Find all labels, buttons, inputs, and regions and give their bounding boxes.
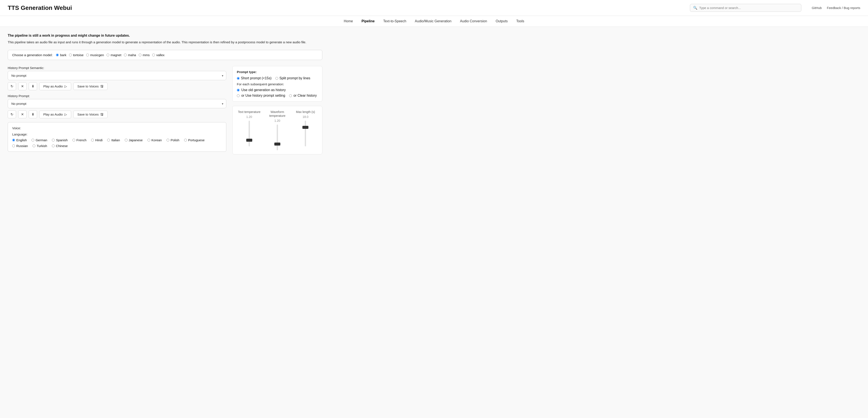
history-prompt-semantic-buttons: ↻ ✕ ⬇ Play as Audio ▷ Save to Voices 🖫	[8, 82, 226, 90]
max-length-thumb[interactable]	[302, 126, 308, 129]
history-prompt-semantic-dropdown-wrapper: No prompt ▾	[8, 71, 226, 80]
prompt-type-title: Prompt type:	[237, 70, 318, 74]
nav-audio-conversion[interactable]: Audio Conversion	[460, 19, 487, 24]
clear-button-semantic[interactable]: ✕	[18, 82, 27, 90]
subsequent-old-gen[interactable]: Use old generation as history	[237, 88, 318, 92]
lang-turkish[interactable]: Turkish	[33, 144, 47, 148]
prompt-split[interactable]: Split prompt by lines	[275, 76, 310, 80]
max-length-label: Max length (s)	[296, 110, 315, 114]
save-voices-button-semantic[interactable]: Save to Voices 🖫	[73, 83, 107, 90]
play-icon-semantic: ▷	[64, 85, 67, 88]
refresh-button-history[interactable]: ↻	[8, 110, 16, 118]
model-bark[interactable]: bark	[56, 53, 66, 57]
history-prompt-semantic-select[interactable]: No prompt	[8, 71, 226, 80]
history-prompt-semantic-label: History Prompt Semantic:	[8, 66, 226, 70]
text-temperature-value: 1.20	[246, 115, 252, 119]
lang-portuguese[interactable]: Portuguese	[184, 138, 205, 142]
max-length-value: 18.0	[303, 115, 308, 119]
nav-tools[interactable]: Tools	[516, 19, 524, 24]
search-input[interactable]	[699, 6, 798, 10]
clear-button-history[interactable]: ✕	[18, 110, 27, 118]
lang-russian[interactable]: Russian	[12, 144, 28, 148]
prompt-type-radio-row: Short prompt (<15s) Split prompt by line…	[237, 76, 318, 80]
model-magnet[interactable]: magnet	[106, 53, 121, 57]
warning-bold: The pipeline is still a work in progress…	[8, 34, 322, 37]
subsequent-label: For each subsequent generation:	[237, 82, 318, 86]
download-button-semantic[interactable]: ⬇	[29, 82, 37, 90]
history-prompt-buttons: ↻ ✕ ⬇ Play as Audio ▷ Save to Voices 🖫	[8, 110, 226, 118]
subsequent-clear-history[interactable]: or Clear history	[289, 94, 317, 97]
app-title: TTS Generation Webui	[8, 4, 72, 11]
waveform-temperature-col: Waveform temperature 1.20	[265, 110, 289, 150]
sliders-grid: Text temperature 1.20 Waveform temperatu…	[237, 110, 318, 150]
header: TTS Generation Webui 🔍 GitHub Feedback /…	[0, 0, 868, 16]
nav-outputs[interactable]: Outputs	[496, 19, 508, 24]
model-selector: Choose a generation model: bark tortoise…	[8, 50, 322, 60]
lang-polish[interactable]: Polish	[166, 138, 179, 142]
lang-korean[interactable]: Korean	[148, 138, 162, 142]
voice-title: Voice:	[12, 126, 222, 130]
play-audio-button-semantic[interactable]: Play as Audio ▷	[39, 83, 71, 90]
lang-german[interactable]: German	[31, 138, 47, 142]
language-radio-grid: English German Spanish French	[12, 138, 222, 148]
header-links: GitHub Feedback / Bug reports	[812, 6, 860, 10]
content-layout: History Prompt Semantic: No prompt ▾ ↻ ✕…	[8, 66, 322, 154]
left-panel: History Prompt Semantic: No prompt ▾ ↻ ✕…	[8, 66, 226, 152]
subsequent-history-prompt[interactable]: or Use history prompt setting	[237, 94, 285, 97]
save-icon-history: 🖫	[100, 113, 103, 116]
lang-japanese[interactable]: Japanese	[125, 138, 143, 142]
save-voices-label-semantic: Save to Voices	[78, 85, 99, 88]
waveform-temperature-value: 1.20	[274, 119, 280, 122]
history-prompt-label: History Prompt:	[8, 94, 226, 98]
download-button-history[interactable]: ⬇	[29, 110, 37, 118]
right-panel: Prompt type: Short prompt (<15s) Split p…	[232, 66, 322, 154]
lang-english[interactable]: English	[12, 138, 27, 142]
feedback-link[interactable]: Feedback / Bug reports	[827, 6, 860, 10]
history-prompt-dropdown-wrapper: No prompt ▾	[8, 99, 226, 108]
prompt-type-section: Prompt type: Short prompt (<15s) Split p…	[232, 66, 322, 101]
main-nav: Home Pipeline Text-to-Speech Audio/Music…	[0, 16, 868, 27]
nav-pipeline[interactable]: Pipeline	[362, 19, 375, 24]
model-selector-label: Choose a generation model:	[12, 53, 53, 57]
lang-hindi[interactable]: Hindi	[91, 138, 102, 142]
text-temperature-label: Text temperature	[238, 110, 260, 114]
nav-tts[interactable]: Text-to-Speech	[383, 19, 406, 24]
github-link[interactable]: GitHub	[812, 6, 822, 10]
max-length-track	[305, 121, 306, 146]
save-icon-semantic: 🖫	[100, 85, 103, 88]
search-icon: 🔍	[693, 6, 698, 10]
model-maha[interactable]: maha	[124, 53, 136, 57]
lang-spanish[interactable]: Spanish	[52, 138, 67, 142]
play-audio-button-history[interactable]: Play as Audio ▷	[39, 111, 71, 118]
text-temperature-thumb[interactable]	[246, 139, 252, 142]
subsequent-radio-block: Use old generation as history or Use his…	[237, 88, 318, 97]
language-label: Language:	[12, 132, 222, 136]
lang-french[interactable]: French	[72, 138, 87, 142]
model-vallex[interactable]: vallex	[152, 53, 164, 57]
search-wrapper: 🔍	[690, 4, 801, 12]
lang-italian[interactable]: Italian	[107, 138, 120, 142]
waveform-temperature-label: Waveform temperature	[265, 110, 289, 118]
main-content: The pipeline is still a work in progress…	[0, 27, 330, 161]
search-area: 🔍	[690, 4, 801, 12]
waveform-temperature-thumb[interactable]	[274, 143, 280, 146]
model-musicgen[interactable]: musicgen	[86, 53, 104, 57]
nav-audio-music[interactable]: Audio/Music Generation	[415, 19, 452, 24]
lang-chinese[interactable]: Chinese	[52, 144, 68, 148]
sliders-section: Text temperature 1.20 Waveform temperatu…	[232, 106, 322, 154]
history-prompt-select[interactable]: No prompt	[8, 99, 226, 108]
prompt-short[interactable]: Short prompt (<15s)	[237, 76, 272, 80]
model-tortoise[interactable]: tortoise	[69, 53, 84, 57]
save-voices-label-history: Save to Voices	[78, 113, 99, 116]
play-audio-label-history: Play as Audio	[43, 113, 63, 116]
play-icon-history: ▷	[64, 113, 67, 116]
model-mms[interactable]: mms	[139, 53, 150, 57]
max-length-col: Max length (s) 18.0	[293, 110, 318, 150]
nav-home[interactable]: Home	[344, 19, 353, 24]
warning-text: This pipeline takes an audio file as inp…	[8, 40, 322, 45]
text-temperature-track	[249, 121, 250, 146]
save-voices-button-history[interactable]: Save to Voices 🖫	[73, 111, 107, 118]
history-prompt-semantic-section: History Prompt Semantic: No prompt ▾ ↻ ✕…	[8, 66, 226, 90]
refresh-button-semantic[interactable]: ↻	[8, 82, 16, 90]
voice-section: Voice: Language: English German Spanish	[8, 122, 226, 152]
